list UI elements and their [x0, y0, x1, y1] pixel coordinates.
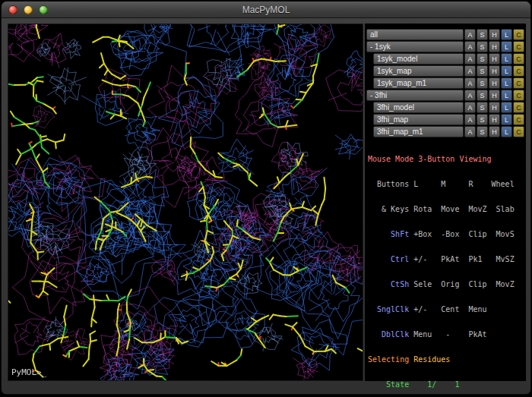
- object-name-button[interactable]: - 3fhi: [366, 90, 464, 101]
- show-s-button[interactable]: S: [477, 41, 488, 52]
- mouse-label: CtSh: [368, 280, 409, 288]
- action-a-button[interactable]: A: [464, 90, 476, 101]
- show-s-button[interactable]: S: [477, 77, 488, 89]
- object-name-button[interactable]: 3fhi_map: [373, 114, 464, 125]
- control-panel: all A S H L C - 1syk A S H L C 1syk_mode…: [365, 24, 526, 381]
- object-name-button[interactable]: all: [366, 29, 464, 40]
- mouse-mode-title: Mouse Mode 3-Button Viewing: [368, 155, 524, 163]
- object-row-3fhi-group: - 3fhi A S H L C: [366, 90, 524, 101]
- mouse-label: & Keys: [368, 205, 409, 213]
- hide-h-button[interactable]: H: [489, 53, 500, 65]
- zoom-button[interactable]: [39, 5, 48, 14]
- label-l-button[interactable]: L: [501, 77, 512, 89]
- object-row-all: all A S H L C: [366, 29, 524, 40]
- mouse-values: Sele Orig Clip MovZ: [409, 280, 514, 288]
- selecting-mode-line[interactable]: Selecting Residues: [368, 355, 524, 364]
- mouse-help-line: & Keys Rota Move MovZ Slab: [368, 205, 524, 213]
- mouse-help-line: Ctrl +/- PkAt Pk1 MvSZ: [368, 255, 524, 263]
- mouse-help-line: ShFt +Box -Box Clip MovS: [368, 230, 524, 238]
- show-s-button[interactable]: S: [477, 29, 488, 40]
- window-content: PyMOL>_ all A S H L C - 1syk A S H: [2, 19, 530, 394]
- label-l-button[interactable]: L: [501, 29, 512, 40]
- selecting-value: Residues: [409, 355, 450, 364]
- show-s-button[interactable]: S: [477, 126, 488, 137]
- hide-h-button[interactable]: H: [489, 126, 500, 137]
- mouse-values: L M R Wheel: [409, 180, 514, 188]
- action-a-button[interactable]: A: [464, 53, 476, 65]
- color-c-button[interactable]: C: [513, 114, 524, 125]
- mouse-help-line: Buttons L M R Wheel: [368, 180, 524, 188]
- state-value: 1/ 1: [409, 380, 459, 389]
- command-prompt[interactable]: PyMOL>_: [11, 367, 46, 377]
- mouse-help-line: DblClk Menu - PkAt: [368, 330, 524, 339]
- mouse-values: Rota Move MovZ Slab: [409, 205, 514, 213]
- mouse-label: DblClk: [368, 330, 409, 339]
- object-row-1syk-model: 1syk_model A S H L C: [366, 53, 524, 65]
- show-s-button[interactable]: S: [477, 90, 488, 101]
- window-title: MacPyMOL: [2, 5, 530, 15]
- color-c-button[interactable]: C: [513, 53, 524, 65]
- object-row-1syk-map: 1syk_map A S H L C: [366, 65, 524, 77]
- label-l-button[interactable]: L: [501, 126, 512, 137]
- label-l-button[interactable]: L: [501, 53, 512, 65]
- hide-h-button[interactable]: H: [489, 77, 500, 89]
- color-c-button[interactable]: C: [513, 90, 524, 101]
- object-name-button[interactable]: 3fhi_model: [373, 102, 464, 113]
- hide-h-button[interactable]: H: [489, 41, 500, 52]
- object-row-3fhi-model: 3fhi_model A S H L C: [366, 102, 524, 113]
- state-label: State: [368, 380, 409, 389]
- object-name-button[interactable]: 1syk_map: [373, 65, 464, 77]
- action-a-button[interactable]: A: [464, 41, 476, 52]
- action-a-button[interactable]: A: [464, 102, 476, 113]
- mouse-text: Mouse Mode 3-Button Viewing: [368, 155, 492, 163]
- label-l-button[interactable]: L: [501, 102, 512, 113]
- color-c-button[interactable]: C: [513, 102, 524, 113]
- label-l-button[interactable]: L: [501, 41, 512, 52]
- mouse-label: ShFt: [368, 230, 409, 238]
- hide-h-button[interactable]: H: [489, 102, 500, 113]
- mouse-mode-panel: Mouse Mode 3-Button Viewing Buttons L M …: [366, 138, 524, 395]
- object-name-button[interactable]: 1syk_model: [373, 53, 464, 65]
- object-list: all A S H L C - 1syk A S H L C 1syk_mode…: [366, 29, 524, 138]
- traffic-lights: [8, 5, 48, 14]
- mouse-values: +Box -Box Clip MovS: [409, 230, 514, 238]
- object-name-button[interactable]: 3fhi_map_m1: [373, 126, 464, 137]
- color-c-button[interactable]: C: [513, 29, 524, 40]
- minimize-button[interactable]: [24, 5, 33, 14]
- color-c-button[interactable]: C: [513, 65, 524, 77]
- state-line: State 1/ 1: [368, 380, 524, 389]
- close-button[interactable]: [8, 5, 17, 14]
- color-c-button[interactable]: C: [513, 41, 524, 52]
- color-c-button[interactable]: C: [513, 126, 524, 137]
- titlebar[interactable]: MacPyMOL: [2, 2, 530, 18]
- label-l-button[interactable]: L: [501, 90, 512, 101]
- macpymol-window: MacPyMOL PyMOL>_ all A S H L C - 1syk A: [1, 1, 531, 395]
- object-row-3fhi-map: 3fhi_map A S H L C: [366, 114, 524, 125]
- selecting-label: Selecting: [368, 355, 409, 364]
- hide-h-button[interactable]: H: [489, 90, 500, 101]
- hide-h-button[interactable]: H: [489, 29, 500, 40]
- action-a-button[interactable]: A: [464, 114, 476, 125]
- action-a-button[interactable]: A: [464, 65, 476, 77]
- mouse-values: +/- Cent Menu: [409, 305, 486, 314]
- object-name-button[interactable]: - 1syk: [366, 41, 464, 52]
- molecular-viewport[interactable]: PyMOL>_: [8, 24, 363, 381]
- action-a-button[interactable]: A: [464, 126, 476, 137]
- mouse-help-line: SnglClk +/- Cent Menu: [368, 305, 524, 314]
- show-s-button[interactable]: S: [477, 53, 488, 65]
- object-row-1syk-group: - 1syk A S H L C: [366, 41, 524, 52]
- show-s-button[interactable]: S: [477, 114, 488, 125]
- label-l-button[interactable]: L: [501, 65, 512, 77]
- hide-h-button[interactable]: H: [489, 65, 500, 77]
- action-a-button[interactable]: A: [464, 77, 476, 89]
- viewport-canvas[interactable]: [8, 24, 363, 380]
- object-name-button[interactable]: 1syk_map_m1: [373, 77, 464, 89]
- mouse-label: SnglClk: [368, 305, 409, 314]
- object-row-3fhi-map-m1: 3fhi_map_m1 A S H L C: [366, 126, 524, 137]
- show-s-button[interactable]: S: [477, 102, 488, 113]
- color-c-button[interactable]: C: [513, 77, 524, 89]
- show-s-button[interactable]: S: [477, 65, 488, 77]
- action-a-button[interactable]: A: [464, 29, 476, 40]
- hide-h-button[interactable]: H: [489, 114, 500, 125]
- label-l-button[interactable]: L: [501, 114, 512, 125]
